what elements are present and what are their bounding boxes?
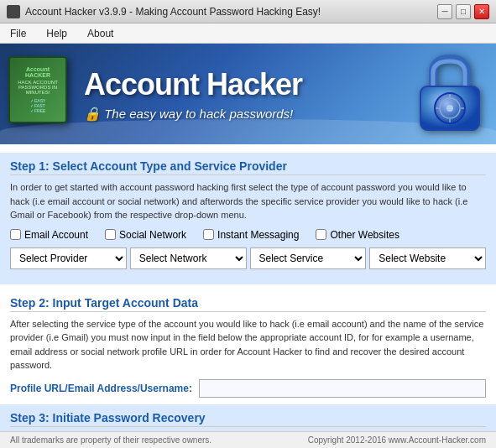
banner: AccountHACKER HACK ACCOUNTPASSWORDS IN M… <box>0 44 496 144</box>
profile-url-label: Profile URL/Email Address/Username: <box>10 383 192 394</box>
banner-title: Account Hacker <box>84 67 412 102</box>
label-social: Social Network <box>119 229 186 241</box>
account-type-instant[interactable]: Instant Messaging <box>203 229 299 241</box>
app-icon <box>7 5 20 18</box>
step1-section: Step 1: Select Account Type and Service … <box>0 153 496 284</box>
provider-dropdown-container: Select Provider <box>10 247 127 269</box>
lock-icon <box>416 55 483 134</box>
footer-right: Copyright 2012-2016 www.Account-Hacker.c… <box>308 435 486 445</box>
checkbox-social[interactable] <box>105 229 116 240</box>
account-type-email[interactable]: Email Account <box>10 229 88 241</box>
dropdowns-row: Select Provider Select Network Select Se… <box>10 247 486 269</box>
step2-description: After selecting the service type of the … <box>10 317 486 372</box>
account-types: Email Account Social Network Instant Mes… <box>10 229 486 241</box>
step1-description: In order to get started with account pas… <box>10 180 486 222</box>
checkbox-email[interactable] <box>10 229 21 240</box>
label-other: Other Websites <box>330 229 399 241</box>
provider-dropdown[interactable]: Select Provider <box>10 247 127 269</box>
service-dropdown[interactable]: Select Service <box>250 247 367 269</box>
banner-text: Account Hacker 🔒 The easy way to hack pa… <box>84 67 412 122</box>
step1-header: Step 1: Select Account Type and Service … <box>10 159 486 175</box>
close-button[interactable]: ✕ <box>474 4 489 19</box>
account-type-other[interactable]: Other Websites <box>316 229 399 241</box>
product-box-features: ✓ EASY✓ FAST✓ FREE <box>30 98 46 113</box>
main-content: Step 1: Select Account Type and Service … <box>0 144 496 448</box>
product-box-subtitle: HACK ACCOUNTPASSWORDS IN MINUTES! <box>13 80 62 95</box>
website-dropdown-container: Select Website <box>369 247 486 269</box>
step2-section: Step 2: Input Target Account Data After … <box>10 289 486 404</box>
website-dropdown[interactable]: Select Website <box>369 247 486 269</box>
menu-about[interactable]: About <box>84 26 117 41</box>
label-email: Email Account <box>24 229 88 241</box>
network-dropdown-container: Select Network <box>130 247 247 269</box>
maximize-button[interactable]: □ <box>456 4 471 19</box>
banner-lock <box>412 52 488 136</box>
title-bar-controls: ─ □ ✕ <box>437 4 489 19</box>
profile-url-row: Profile URL/Email Address/Username: <box>10 379 486 398</box>
title-bar: Account Hacker v3.9.9 - Making Account P… <box>0 0 496 23</box>
product-box: AccountHACKER HACK ACCOUNTPASSWORDS IN M… <box>8 56 76 132</box>
banner-subtitle: 🔒 The easy way to hack passwords! <box>84 106 412 122</box>
step2-header: Step 2: Input Target Account Data <box>10 296 486 312</box>
window-title: Account Hacker v3.9.9 - Making Account P… <box>25 6 321 18</box>
checkbox-instant[interactable] <box>203 229 214 240</box>
title-bar-left: Account Hacker v3.9.9 - Making Account P… <box>7 5 321 18</box>
menu-bar: File Help About <box>0 23 496 44</box>
step3-header: Step 3: Initiate Password Recovery <box>10 411 486 427</box>
minimize-button[interactable]: ─ <box>437 4 452 19</box>
footer: All trademarks are property of their res… <box>0 431 496 448</box>
menu-help[interactable]: Help <box>43 26 70 41</box>
account-type-social[interactable]: Social Network <box>105 229 186 241</box>
svg-point-7 <box>446 105 453 112</box>
checkbox-other[interactable] <box>316 229 326 240</box>
product-box-inner: AccountHACKER HACK ACCOUNTPASSWORDS IN M… <box>8 56 67 123</box>
footer-left: All trademarks are property of their res… <box>10 435 211 445</box>
product-box-title: AccountHACKER <box>25 66 50 78</box>
network-dropdown[interactable]: Select Network <box>130 247 247 269</box>
label-instant: Instant Messaging <box>217 229 299 241</box>
menu-file[interactable]: File <box>7 26 29 41</box>
profile-url-input[interactable] <box>199 379 486 398</box>
service-dropdown-container: Select Service <box>250 247 367 269</box>
